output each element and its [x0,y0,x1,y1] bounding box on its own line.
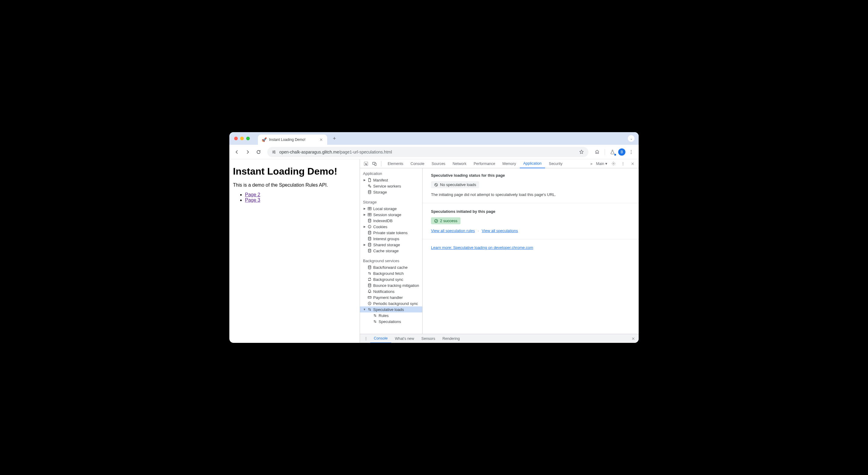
page-viewport: Instant Loading Demo! This is a demo of … [229,159,360,343]
sidebar-item-label: Cookies [373,225,388,229]
sidebar-item-manifest[interactable]: ▶Manifest [360,177,422,183]
sidebar-item-speculations[interactable]: Speculations [360,319,422,325]
sidebar-section-title: Storage [360,199,422,206]
drawer-tab-sensors[interactable]: Sensors [418,334,439,343]
maximize-window-button[interactable] [246,137,250,140]
window-controls [234,137,250,140]
expand-arrow-icon: ▶ [363,207,366,210]
sidebar-item-label: Notifications [373,289,395,294]
sidebar-item-label: Back/forward cache [373,265,407,270]
sidebar-item-label: Payment handler [373,295,403,300]
drawer-menu-button[interactable] [362,335,370,342]
more-tabs-button[interactable]: » [588,161,595,166]
view-speculations-link[interactable]: View all speculations [482,229,518,233]
drawer-tab-what-s-new[interactable]: What's new [391,334,418,343]
chrome-menu-button[interactable] [627,148,636,156]
close-tab-button[interactable] [319,137,323,142]
address-bar[interactable]: open-chalk-asparagus.glitch.me/page1-url… [267,147,588,157]
sidebar-item-label: Speculative loads [373,307,404,312]
expand-arrow-icon: ▼ [363,308,366,311]
sidebar-section-title: Application [360,170,422,177]
sidebar-item-label: Session storage [373,212,401,217]
target-selector[interactable]: Main ▾ [596,161,607,166]
sidebar-item-label: Shared storage [373,243,400,247]
devtools-tab-performance[interactable]: Performance [470,159,499,168]
inspect-element-button[interactable] [362,160,370,167]
sidebar-item-label: Local storage [373,207,397,211]
sidebar-item-local-storage[interactable]: ▶Local storage [360,206,422,212]
minimize-window-button[interactable] [240,137,244,140]
sidebar-item-cache-storage[interactable]: Cache storage [360,248,422,254]
devtools-tab-network[interactable]: Network [450,159,470,168]
expand-arrow-icon: ▶ [363,213,366,216]
forward-button[interactable] [243,148,252,156]
sidebar-item-rules[interactable]: Rules [360,313,422,319]
sidebar-item-service-workers[interactable]: Service workers [360,183,422,189]
labs-button[interactable] [608,148,617,156]
toolbar: open-chalk-asparagus.glitch.me/page1-url… [229,145,639,159]
file-icon [367,178,372,182]
browser-tab[interactable]: 🚀 Instant Loading Demo! [258,135,327,145]
page-link[interactable]: Page 3 [245,198,260,203]
sidebar-item-interest-groups[interactable]: Interest groups [360,236,422,242]
drawer-close-button[interactable] [630,336,636,342]
sidebar-item-private-state-tokens[interactable]: Private state tokens [360,230,422,236]
tab-strip: 🚀 Instant Loading Demo! + ⌄ [229,132,639,145]
page-link-item: Page 2 [245,192,356,198]
updown-icon [373,319,377,324]
reload-button[interactable] [254,148,263,156]
db-icon [367,230,372,235]
learn-more-link[interactable]: Learn more: Speculative loading on devel… [431,245,533,250]
sidebar-item-shared-storage[interactable]: ▶Shared storage [360,242,422,248]
sidebar-item-payment-handler[interactable]: Payment handler [360,294,422,300]
table-icon [367,212,372,217]
sidebar-item-notifications[interactable]: Notifications [360,288,422,294]
site-settings-icon [272,150,276,154]
devtools-menu-button[interactable] [619,160,627,167]
devtools-toolbar: ElementsConsoleSourcesNetworkPerformance… [360,159,639,168]
sidebar-item-label: Background fetch [373,271,404,276]
sidebar-item-label: Storage [373,190,387,195]
sidebar-item-label: Service workers [373,184,401,188]
sidebar-item-storage[interactable]: Storage [360,189,422,195]
devtools-tab-security[interactable]: Security [546,159,566,168]
back-button[interactable] [232,148,241,156]
db-icon [367,283,372,288]
devtools-tab-sources[interactable]: Sources [428,159,449,168]
table-icon [367,206,372,211]
page-link[interactable]: Page 2 [245,192,260,197]
sidebar-item-indexeddb[interactable]: IndexedDB [360,218,422,224]
page-description: This is a demo of the Speculation Rules … [233,182,356,188]
url-text: open-chalk-asparagus.glitch.me/page1-url… [279,150,576,154]
sidebar-item-speculative-loads[interactable]: ▼Speculative loads [360,306,422,313]
tab-title: Instant Loading Demo! [269,138,316,142]
extensions-button[interactable] [593,148,602,156]
sidebar-item-periodic-background-sync[interactable]: Periodic background sync [360,300,422,306]
page-link-item: Page 3 [245,198,356,203]
sidebar-item-background-fetch[interactable]: Background fetch [360,270,422,276]
sidebar-item-label: Interest groups [373,237,399,241]
sidebar-item-back-forward-cache[interactable]: Back/forward cache [360,264,422,270]
devtools-close-button[interactable] [629,160,636,167]
devtools-settings-button[interactable] [610,160,617,167]
devtools-tab-application[interactable]: Application [520,159,545,168]
tab-search-button[interactable]: ⌄ [628,135,634,142]
sidebar-item-session-storage[interactable]: ▶Session storage [360,212,422,218]
sidebar-item-background-sync[interactable]: Background sync [360,276,422,283]
devtools-tab-memory[interactable]: Memory [499,159,519,168]
sidebar-item-cookies[interactable]: ▶Cookies [360,224,422,230]
device-toggle-button[interactable] [371,160,378,167]
sync-icon [367,277,372,282]
devtools-tab-elements[interactable]: Elements [384,159,407,168]
new-tab-button[interactable]: + [330,134,339,143]
db-icon [367,248,372,253]
close-window-button[interactable] [234,137,238,140]
drawer-tab-console[interactable]: Console [370,334,391,343]
devtools-tab-console[interactable]: Console [407,159,428,168]
view-rules-link[interactable]: View all speculation rules [431,229,475,233]
sidebar-item-bounce-tracking-mitigation[interactable]: Bounce tracking mitigation [360,283,422,288]
profile-avatar[interactable]: B [618,148,625,156]
star-icon[interactable] [579,149,584,155]
drawer-tab-rendering[interactable]: Rendering [439,334,464,343]
db-icon [367,265,372,270]
